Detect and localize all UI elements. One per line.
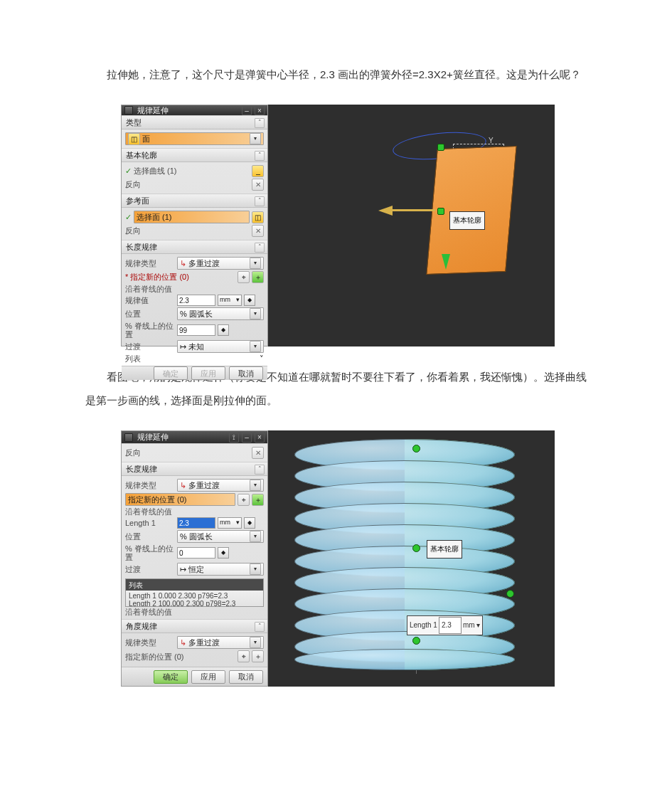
transition-dropdown[interactable]: ↦ 未知 ▾ xyxy=(177,340,264,353)
chevron-up-icon[interactable]: ˄ xyxy=(255,465,265,475)
reverse2-button[interactable]: ✕ xyxy=(252,225,264,237)
figure-2: 规律延伸 ⟟ – × 反向 ✕ 长度规律 ˄ xyxy=(121,430,587,687)
handle-dot[interactable] xyxy=(412,544,420,552)
type-value: 面 xyxy=(142,134,247,143)
pos-dropdown[interactable]: % 圆弧长 ▾ xyxy=(177,530,264,543)
unit-dropdown[interactable]: mm▾ xyxy=(218,295,242,306)
chevron-up-icon[interactable]: ˄ xyxy=(255,118,265,128)
cancel-button[interactable]: 取消 xyxy=(229,670,263,684)
select-face-label: 选择面 (1) xyxy=(137,213,247,221)
chevron-down-icon[interactable]: ▾ xyxy=(250,258,261,269)
viewport-3d[interactable]: 基本轮廓 Y xyxy=(268,105,555,346)
handle-dot[interactable] xyxy=(437,144,444,151)
chevron-down-icon[interactable]: ▾ xyxy=(476,618,480,633)
section-angle-header[interactable]: 角度规律 ˄ xyxy=(122,620,267,633)
pos-value: % 圆弧长 xyxy=(180,309,247,318)
arrow-left-icon xyxy=(378,206,393,216)
new-pos-label: 指定新的位置 (0) xyxy=(128,495,233,504)
cancel-button[interactable]: 取消 xyxy=(229,366,263,380)
chevron-down-icon[interactable]: ▾ xyxy=(250,480,261,491)
chevron-down-icon[interactable]: ▾ xyxy=(250,308,261,319)
rule-type2-dropdown[interactable]: ↳ 多重过渡 ▾ xyxy=(177,636,264,649)
min-icon[interactable]: – xyxy=(242,433,252,443)
reverse-button[interactable]: ✕ xyxy=(252,179,264,191)
rule-value-input[interactable]: 2.3 xyxy=(177,295,215,306)
point-icon[interactable]: ⌖ xyxy=(238,494,250,506)
handle-dot[interactable] xyxy=(412,637,420,645)
select-curve-button[interactable]: ⎯ xyxy=(252,165,264,177)
apply-button[interactable]: 应用 xyxy=(191,670,225,684)
scene-label: 基本轮廓 xyxy=(449,211,485,230)
section-type-header[interactable]: 类型 ˄ xyxy=(122,116,267,129)
pos-value: % 圆弧长 xyxy=(180,532,247,541)
length1-input[interactable]: 2.3 xyxy=(177,517,215,529)
viewport-3d[interactable]: 基本轮廓 Length 1 2.3 mm ▾ xyxy=(268,430,555,687)
type-dropdown[interactable]: ◫ 面 ▾ xyxy=(125,132,264,145)
add-point-button[interactable]: ＋ xyxy=(252,494,264,506)
ok-button[interactable]: 确定 xyxy=(154,366,188,380)
spinner-button[interactable]: ◆ xyxy=(218,547,229,559)
apply-button[interactable]: 应用 xyxy=(191,366,225,380)
pct-input[interactable]: 0 xyxy=(177,547,215,559)
select-face-field[interactable]: 选择面 (1) xyxy=(134,211,250,223)
section-length-header[interactable]: 长度规律 ˄ xyxy=(122,462,267,476)
float-value-input[interactable]: 2.3 xyxy=(439,617,462,634)
unit-dropdown[interactable]: mm▾ xyxy=(218,517,242,529)
transition-dropdown[interactable]: ↦ 恒定 ▾ xyxy=(177,563,264,576)
pin-icon[interactable]: ⟟ xyxy=(229,433,239,443)
list-row[interactable]: Length 1 0.000 2.300 p796=2.3 xyxy=(129,592,260,600)
new-pos-field[interactable]: 指定新的位置 (0) xyxy=(125,493,235,506)
pos-dropdown[interactable]: % 圆弧长 ▾ xyxy=(177,307,264,320)
float-value-box[interactable]: Length 1 2.3 mm ▾ xyxy=(407,615,483,635)
rule-type-dropdown[interactable]: ↳ 多重过渡 ▾ xyxy=(177,479,264,492)
select-curve-label: 选择曲线 (1) xyxy=(134,166,250,175)
reverse-label: 反向 xyxy=(125,448,250,457)
handle-dot[interactable] xyxy=(437,208,444,215)
point-icon[interactable]: ⌖ xyxy=(238,271,250,283)
chevron-down-icon[interactable]: ▾ xyxy=(250,531,261,542)
chevron-up-icon[interactable]: ˄ xyxy=(255,622,265,632)
section-ref-face-header[interactable]: 参考面 ˄ xyxy=(122,194,267,208)
handle-dot[interactable] xyxy=(412,445,420,453)
list-box[interactable]: 列表 Length 1 0.000 2.300 p796=2.3 Length … xyxy=(125,578,264,607)
list-row[interactable]: Length 2 100.000 2.300 p798=2.3 xyxy=(129,600,260,607)
rule-type-label: 规律类型 xyxy=(125,259,175,268)
reverse-button[interactable]: ✕ xyxy=(252,447,264,459)
panel-titlebar[interactable]: 规律延伸 ⟟ – × xyxy=(122,431,267,443)
add-point-button[interactable]: ＋ xyxy=(252,271,264,283)
ok-button[interactable]: 确定 xyxy=(154,670,188,684)
chevron-up-icon[interactable]: ˄ xyxy=(255,151,265,161)
angle-rule-label: 角度规律 xyxy=(126,622,157,630)
chevron-down-icon[interactable]: ▾ xyxy=(250,637,261,648)
section-length-header[interactable]: 长度规律 ˄ xyxy=(122,240,267,254)
chevron-up-icon[interactable]: ˄ xyxy=(255,196,265,206)
face-icon: ◫ xyxy=(128,133,140,145)
chevron-down-icon[interactable]: ▾ xyxy=(250,341,261,352)
spinner-button[interactable]: ◆ xyxy=(244,517,255,529)
chevron-down-icon[interactable]: ▾ xyxy=(250,563,261,575)
base-profile-label: 基本轮廓 xyxy=(126,151,157,159)
pct-input[interactable]: 99 xyxy=(177,324,215,336)
chevron-up-icon[interactable]: ˄ xyxy=(255,243,265,253)
panel-titlebar[interactable]: 规律延伸 – × xyxy=(122,105,267,115)
properties-panel: 规律延伸 ⟟ – × 反向 ✕ 长度规律 ˄ xyxy=(121,430,268,687)
spinner-button[interactable]: ◆ xyxy=(244,295,255,306)
along-spine-label: 沿着脊线的值 xyxy=(125,507,264,516)
close-icon[interactable]: × xyxy=(255,433,265,443)
panel-handle-icon xyxy=(124,433,133,442)
check-icon: ✓ xyxy=(125,166,132,175)
pct-label: % 脊线上的位置 xyxy=(125,322,175,339)
list-header: 列表 xyxy=(126,579,263,591)
min-icon[interactable]: – xyxy=(242,105,252,115)
spinner-button[interactable]: ◆ xyxy=(218,324,229,336)
close-icon[interactable]: × xyxy=(255,105,265,115)
chevron-down-icon[interactable]: ˅ xyxy=(260,354,264,363)
point-icon[interactable]: ⌖ xyxy=(238,650,250,662)
select-face-button[interactable]: ◫ xyxy=(252,211,264,223)
section-base-profile-header[interactable]: 基本轮廓 ˄ xyxy=(122,149,267,162)
figure-1: 规律延伸 – × 类型 ˄ ◫ 面 ▾ xyxy=(121,105,587,346)
rule-type-dropdown[interactable]: ↳ 多重过渡 ▾ xyxy=(177,257,264,270)
handle-dot[interactable] xyxy=(506,590,514,598)
chevron-down-icon[interactable]: ▾ xyxy=(250,133,261,144)
add-point-button[interactable]: ＋ xyxy=(252,650,264,662)
